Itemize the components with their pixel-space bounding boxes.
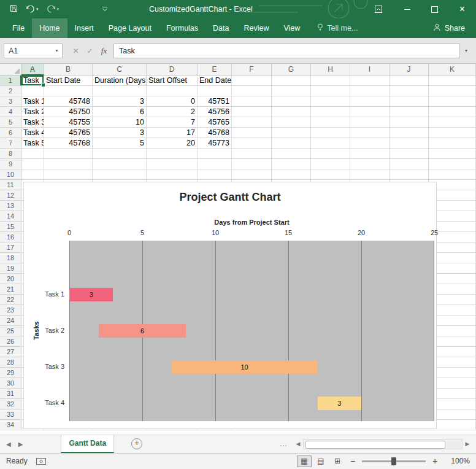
cell-H7[interactable] [311, 138, 350, 149]
cell-K10[interactable] [429, 169, 476, 180]
cell-K1[interactable] [429, 76, 476, 86]
cell-J4[interactable] [390, 107, 429, 117]
cell-D2[interactable] [147, 86, 198, 96]
cell-F9[interactable] [232, 159, 272, 169]
previous-sheet-icon[interactable]: ◀ [6, 441, 11, 448]
cell-I3[interactable] [350, 96, 390, 107]
cell-J9[interactable] [390, 159, 429, 169]
cell-I7[interactable] [350, 138, 390, 149]
cell-D7[interactable]: 20 [147, 138, 198, 149]
cell-E3[interactable]: 45751 [198, 96, 232, 107]
zoom-level[interactable]: 100% [448, 457, 470, 465]
formula-input[interactable]: Task [113, 44, 460, 58]
cell-E8[interactable] [198, 149, 232, 159]
row-header-2[interactable]: 2 [0, 86, 21, 96]
cell-J2[interactable] [390, 86, 429, 96]
ribbon-tab-insert[interactable]: Insert [67, 18, 101, 38]
name-box-dropdown-icon[interactable]: ▾ [52, 48, 62, 53]
cell-K4[interactable] [429, 107, 476, 117]
column-header-K[interactable]: K [429, 64, 476, 76]
cell-G1[interactable] [272, 76, 311, 86]
cell-C1[interactable]: Duration (Days) [93, 76, 147, 86]
cell-I5[interactable] [350, 117, 390, 128]
cell-E6[interactable]: 45768 [198, 128, 232, 138]
cell-E9[interactable] [198, 159, 232, 169]
expand-formula-bar-icon[interactable]: ▾ [460, 48, 472, 53]
customize-quick-access-icon[interactable] [101, 4, 109, 15]
cell-F8[interactable] [232, 149, 272, 159]
cell-D9[interactable] [147, 159, 198, 169]
row-header-19[interactable]: 19 [0, 263, 21, 274]
cell-B7[interactable]: 45768 [44, 138, 93, 149]
cell-K3[interactable] [429, 96, 476, 107]
row-header-25[interactable]: 25 [0, 326, 21, 336]
next-sheet-icon[interactable]: ▶ [18, 441, 23, 448]
cell-A5[interactable]: Task 3 [21, 117, 44, 128]
zoom-in-button[interactable]: + [429, 456, 441, 466]
row-header-34[interactable]: 34 [0, 420, 21, 430]
cell-I4[interactable] [350, 107, 390, 117]
cell-K9[interactable] [429, 159, 476, 169]
row-header-27[interactable]: 27 [0, 347, 21, 357]
cell-E4[interactable]: 45756 [198, 107, 232, 117]
cell-K6[interactable] [429, 128, 476, 138]
cell-D1[interactable]: Start Offset [147, 76, 198, 86]
scroll-right-icon[interactable]: ▶ [463, 441, 472, 447]
column-header-E[interactable]: E [198, 64, 232, 76]
gantt-bar-task-2[interactable]: 6 [99, 324, 186, 338]
cell-C7[interactable]: 5 [93, 138, 147, 149]
row-header-32[interactable]: 32 [0, 399, 21, 409]
row-header-18[interactable]: 18 [0, 253, 21, 263]
cell-D8[interactable] [147, 149, 198, 159]
row-header-4[interactable]: 4 [0, 107, 21, 117]
cell-A9[interactable] [21, 159, 44, 169]
cell-I6[interactable] [350, 128, 390, 138]
cell-E7[interactable]: 45773 [198, 138, 232, 149]
cell-A4[interactable]: Task 2 [21, 107, 44, 117]
cell-F4[interactable] [232, 107, 272, 117]
cell-H8[interactable] [311, 149, 350, 159]
row-header-1[interactable]: 1 [0, 76, 21, 86]
cell-H3[interactable] [311, 96, 350, 107]
cell-B10[interactable] [44, 169, 93, 180]
cell-J7[interactable] [390, 138, 429, 149]
cell-I9[interactable] [350, 159, 390, 169]
cell-J6[interactable] [390, 128, 429, 138]
maximize-button[interactable] [421, 0, 448, 18]
row-header-26[interactable]: 26 [0, 336, 21, 347]
cell-B1[interactable]: Start Date [44, 76, 93, 86]
normal-view-button[interactable]: ▦ [297, 455, 312, 467]
zoom-out-button[interactable]: − [347, 456, 359, 466]
row-header-21[interactable]: 21 [0, 284, 21, 295]
scroll-left-icon[interactable]: ◀ [293, 441, 303, 447]
macro-record-icon[interactable] [36, 458, 46, 465]
page-layout-view-button[interactable]: ▤ [313, 455, 328, 467]
row-header-17[interactable]: 17 [0, 242, 21, 253]
insert-function-button[interactable]: fx [97, 46, 111, 56]
cell-H6[interactable] [311, 128, 350, 138]
cell-H2[interactable] [311, 86, 350, 96]
cell-C10[interactable] [93, 169, 147, 180]
gantt-bar-task-3[interactable]: 10 [172, 360, 318, 374]
ribbon-display-options-icon[interactable] [374, 5, 383, 16]
cell-A8[interactable] [21, 149, 44, 159]
row-header-23[interactable]: 23 [0, 305, 21, 316]
cell-C5[interactable]: 10 [93, 117, 147, 128]
cell-C9[interactable] [93, 159, 147, 169]
cell-G5[interactable] [272, 117, 311, 128]
cell-J5[interactable] [390, 117, 429, 128]
zoom-slider[interactable] [362, 460, 426, 462]
cell-I10[interactable] [350, 169, 390, 180]
cell-B6[interactable]: 45765 [44, 128, 93, 138]
column-header-D[interactable]: D [147, 64, 198, 76]
cell-I8[interactable] [350, 149, 390, 159]
share-button[interactable]: Share [428, 18, 470, 38]
row-header-31[interactable]: 31 [0, 389, 21, 399]
cell-G7[interactable] [272, 138, 311, 149]
cell-D6[interactable]: 17 [147, 128, 198, 138]
ribbon-tab-view[interactable]: View [276, 18, 307, 38]
ribbon-tab-home[interactable]: Home [32, 18, 67, 38]
cell-H1[interactable] [311, 76, 350, 86]
cell-K7[interactable] [429, 138, 476, 149]
cell-B8[interactable] [44, 149, 93, 159]
